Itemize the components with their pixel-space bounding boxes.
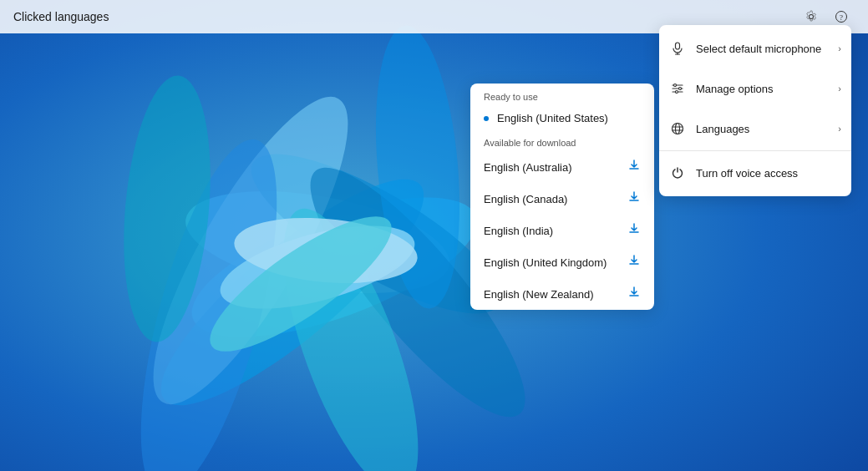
active-bullet: [484, 116, 489, 121]
available-for-download-label: Available for download: [470, 131, 654, 151]
download-icon: [627, 254, 641, 271]
list-item[interactable]: English (Australia): [470, 151, 654, 183]
list-item[interactable]: English (India): [470, 215, 654, 246]
download-icon: [627, 286, 641, 302]
svg-point-25: [673, 124, 683, 134]
svg-point-26: [676, 124, 680, 134]
language-name: English (New Zealand): [484, 288, 594, 301]
manage-options-label: Manage options: [696, 83, 828, 95]
language-name: English (India): [484, 225, 553, 237]
turn-off-voice-access-label: Turn off voice access: [696, 167, 841, 180]
menu-divider: [659, 150, 851, 151]
gear-icon: [805, 10, 818, 23]
list-item[interactable]: English (United Kingdom): [470, 246, 654, 278]
download-icon: [627, 159, 641, 175]
sliders-icon: [669, 80, 686, 97]
language-name: English (Australia): [484, 161, 572, 174]
languages-panel: Ready to use English (United States) Ava…: [470, 84, 654, 310]
list-item[interactable]: English (New Zealand): [470, 278, 654, 310]
ready-language-item: English (United States): [470, 105, 654, 131]
svg-text:?: ?: [840, 13, 843, 22]
select-microphone-label: Select default microphone: [696, 43, 828, 55]
download-icon: [627, 190, 641, 207]
svg-point-22: [679, 88, 682, 90]
language-name: English (United Kingdom): [484, 256, 607, 269]
ready-language-name: English (United States): [497, 112, 608, 124]
menu-item-manage-options[interactable]: Manage options ›: [659, 68, 851, 109]
globe-icon: [669, 120, 686, 137]
ready-to-use-label: Ready to use: [470, 84, 654, 105]
languages-label: Languages: [696, 123, 828, 135]
menu-item-turn-off-voice[interactable]: Turn off voice access: [659, 153, 851, 193]
topbar-title: Clicked languages: [13, 10, 109, 23]
list-item[interactable]: English (Canada): [470, 183, 654, 215]
mic-icon: [669, 40, 686, 57]
help-icon: ?: [835, 10, 848, 23]
power-icon: [669, 165, 686, 181]
menu-item-languages[interactable]: Languages ›: [659, 109, 851, 149]
chevron-right-icon: ›: [838, 124, 841, 134]
svg-point-20: [674, 84, 677, 87]
svg-point-24: [676, 91, 678, 94]
chevron-right-icon: ›: [838, 43, 841, 53]
language-name: English (Canada): [484, 193, 567, 205]
chevron-right-icon: ›: [838, 84, 841, 94]
svg-rect-16: [676, 43, 680, 49]
download-icon: [627, 222, 641, 239]
menu-item-select-microphone[interactable]: Select default microphone ›: [659, 28, 851, 68]
context-menu: Select default microphone › Manage optio…: [659, 25, 851, 196]
